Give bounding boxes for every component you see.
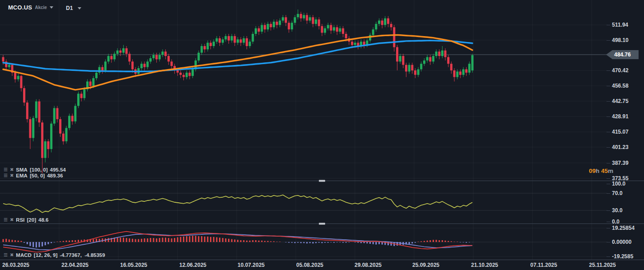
time-axis-label: 12.06.2025 [179,262,206,268]
indicator-value: -4.77367, -4.85359 [60,252,105,258]
macd-axis-label: 0.00000 [612,239,631,245]
price-axis-label: 511.94 [612,22,628,28]
price-scale[interactable]: 511.94498.10470.42456.58442.75428.91415.… [607,0,644,260]
indicator-name: MACD [16,252,32,258]
pane-separator-handle[interactable] [319,180,325,182]
timeframe-selector[interactable]: D1 [66,5,81,11]
time-axis-label: 26.03.2025 [2,262,29,268]
rsi-axis-label: 30.0 [612,207,622,214]
instrument-type-label: Akcie [35,5,47,10]
time-axis-label: 10.07.2025 [238,262,265,268]
indicator-value: 48.6 [38,217,48,223]
price-axis-label: 456.58 [612,83,629,89]
time-axis-label: 05.08.2025 [296,262,323,268]
trading-chart-app: MCO.US Akcie D1 ☰ ✖ SMA [100, 0] 495.54 … [0,0,644,270]
sma-100-line [3,41,472,72]
time-axis-label: 25.11.2025 [589,262,616,268]
price-axis-label: 415.07 [612,129,629,135]
indicator-legend-rsi[interactable]: ☰ ✖ RSI [20] 48.6 [4,217,48,223]
price-axis-label: 442.75 [612,98,629,104]
rsi-axis-label: 70.0 [612,190,622,196]
settings-icon[interactable]: ☰ [4,172,8,178]
chevron-down-icon [78,7,81,9]
price-axis-label: 387.39 [612,160,629,166]
time-axis-label: 07.11.2025 [530,262,557,268]
remove-icon[interactable]: ✖ [10,167,14,172]
indicator-params: [100, 0] [30,167,48,172]
price-axis-label: 498.10 [612,37,629,43]
time-axis-label: 21.10.2025 [471,262,498,268]
countdown-hours-unit: h [596,168,601,174]
candle-wicks [3,9,472,173]
rsi-line [3,195,472,213]
settings-icon[interactable]: ☰ [4,167,8,172]
timeframe-label: D1 [66,5,73,11]
indicator-name: SMA [16,167,28,172]
time-scale[interactable]: 26.03.202522.04.202516.05.202512.06.2025… [0,260,644,270]
indicator-params: [12, 26, 9] [34,252,57,258]
price-axis-label: 401.23 [612,144,629,150]
indicator-value: 495.54 [50,167,66,172]
countdown-hours: 09 [589,168,596,174]
indicator-legend-macd[interactable]: ☰ ✖ MACD [12, 26, 9] -4.77367, -4.85359 [4,252,105,258]
macd-axis-label: -19.2585 [612,253,633,260]
macd-axis-label: 19.25854 [612,225,635,231]
price-axis-label: 428.91 [612,113,629,120]
countdown-minutes: 45 [601,168,608,174]
symbol-selector[interactable]: MCO.US Akcie [8,4,53,11]
remove-icon[interactable]: ✖ [10,217,14,223]
settings-icon[interactable]: ☰ [4,217,8,223]
indicator-params: [20] [27,217,36,223]
indicator-legend-ema[interactable]: ☰ ✖ EMA [50, 0] 489.36 [4,172,63,178]
symbol-name: MCO.US [8,4,32,11]
remove-icon[interactable]: ✖ [10,252,14,258]
time-axis-label: 29.08.2025 [355,262,382,268]
time-axis-label: 25.09.2025 [412,262,439,268]
time-axis-label: 22.04.2025 [61,262,89,268]
remove-icon[interactable]: ✖ [10,172,14,178]
indicator-legend-sma[interactable]: ☰ ✖ SMA [100, 0] 495.54 [4,167,66,172]
indicator-value: 489.36 [47,173,63,178]
settings-icon[interactable]: ☰ [4,252,8,258]
price-axis-label: 470.42 [612,67,629,74]
time-axis-label: 16.05.2025 [120,262,147,268]
indicator-params: [50, 0] [30,173,45,178]
chevron-down-icon [50,6,53,9]
current-price-tag: 484.76 [606,50,639,59]
pane-separator-handle[interactable] [319,223,325,225]
chart-canvas[interactable] [0,0,644,270]
rsi-axis-label: 100.0 [612,181,625,187]
indicator-name: RSI [16,217,24,223]
indicator-name: EMA [16,173,28,178]
rsi-axis-label: 0.0 [612,219,620,225]
